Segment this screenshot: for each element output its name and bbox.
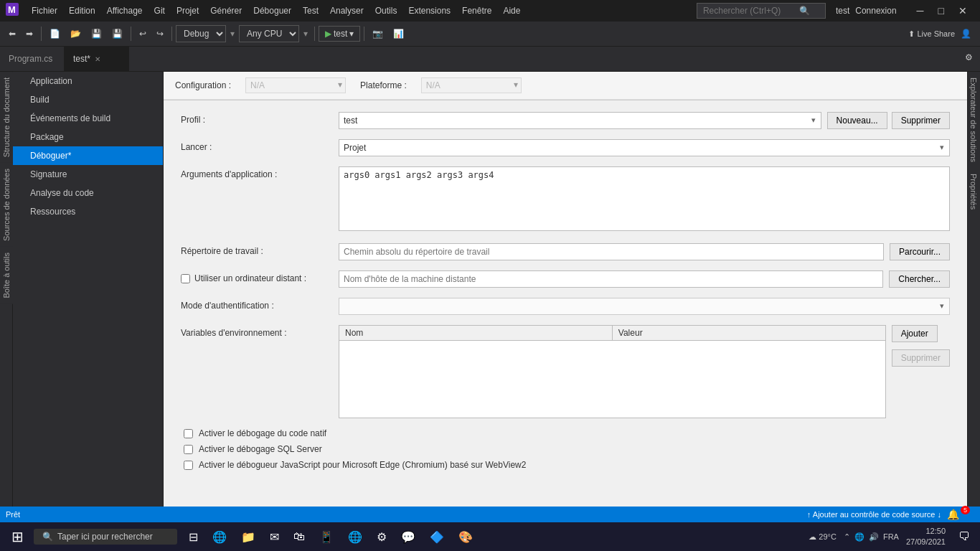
lancer-select[interactable]: Projet — [339, 139, 950, 156]
save-button[interactable]: 💾 — [87, 26, 106, 42]
sidebar-item-signature[interactable]: Signature — [13, 165, 163, 184]
remote-host-input[interactable] — [339, 270, 883, 288]
tab-settings-button[interactable]: ⚙ — [958, 47, 980, 71]
remote-buttons: Chercher... — [889, 270, 950, 288]
env-col-nom: Nom — [339, 326, 613, 340]
settings-taskbar-button[interactable]: ⚙ — [371, 527, 392, 547]
menu-fichier[interactable]: Fichier — [26, 3, 63, 19]
graph-button[interactable]: 📊 — [389, 26, 408, 42]
workdir-row: Répertoire de travail : Parcourir... — [181, 243, 950, 260]
explorer-panel-label[interactable]: Explorateur de solutions — [968, 72, 980, 168]
sources-panel-label[interactable]: Sources de données — [0, 163, 13, 247]
settings-icon: ⚙ — [965, 52, 973, 62]
sidebar-item-resources[interactable]: Ressources — [13, 202, 163, 221]
undo-button[interactable]: ↩ — [135, 26, 151, 42]
network-icon[interactable]: 🌐 — [854, 532, 864, 542]
teams-button[interactable]: 💬 — [395, 527, 421, 547]
supprimer-button[interactable]: Supprimer — [892, 112, 950, 129]
menu-edition[interactable]: Edition — [63, 3, 101, 19]
notification-button[interactable]: 🗨 — [953, 527, 976, 546]
properties-panel-label[interactable]: Propriétés — [968, 168, 980, 215]
auth-row: Mode d'authentification : — [181, 298, 950, 315]
sidebar-item-code-analysis[interactable]: Analyse du code — [13, 184, 163, 202]
auth-select[interactable] — [339, 298, 950, 315]
sidebar-item-application[interactable]: Application — [13, 72, 163, 90]
taskbar-sys-tray: ⌃ 🌐 🔊 FRA — [844, 532, 899, 542]
minimize-button[interactable]: ─ — [910, 2, 931, 19]
volume-icon[interactable]: 🔊 — [869, 532, 879, 542]
vs-taskbar-button[interactable]: 🔷 — [424, 527, 450, 547]
debug-mode-select[interactable]: Debug — [176, 25, 226, 42]
js-debug-checkbox[interactable] — [184, 461, 193, 470]
open-file-button[interactable]: 📂 — [66, 26, 85, 42]
menu-aide[interactable]: Aide — [497, 3, 526, 19]
search-input[interactable] — [703, 6, 796, 16]
args-textarea[interactable]: args0 args1 args2 args3 args4 — [339, 166, 950, 231]
ajouter-button[interactable]: Ajouter — [892, 325, 938, 342]
mail-button[interactable]: ✉ — [264, 527, 285, 547]
profil-select[interactable]: test — [339, 112, 821, 129]
sql-debug-checkbox[interactable] — [184, 445, 193, 454]
debug-form: Profil : test Nouveau... Supprimer Lance… — [164, 100, 967, 487]
menu-fenetre[interactable]: Fenêtre — [456, 3, 497, 19]
taskbar-clock[interactable]: 12:50 27/09/2021 — [906, 526, 946, 548]
platform-select[interactable]: Any CPU — [239, 25, 299, 42]
user-login[interactable]: Connexion — [855, 6, 896, 16]
paint-button[interactable]: 🎨 — [453, 527, 479, 547]
menu-outils[interactable]: Outils — [369, 3, 403, 19]
run-button[interactable]: ▶ test ▾ — [319, 26, 360, 42]
chercher-button[interactable]: Chercher... — [889, 270, 950, 288]
back-button[interactable]: ⬅ — [4, 26, 20, 42]
live-share[interactable]: ⬆ Live Share — [908, 29, 955, 39]
camera-button[interactable]: 📷 — [368, 26, 387, 42]
chrome-button[interactable]: 🌐 — [342, 527, 368, 547]
cloud-icon: ☁ — [809, 532, 816, 542]
sidebar-item-build[interactable]: Build — [13, 90, 163, 109]
account-button[interactable]: 👤 — [956, 26, 976, 42]
store-button[interactable]: 🛍 — [288, 527, 311, 547]
sidebar-item-build-events[interactable]: Événements de build — [13, 109, 163, 128]
notification-icon[interactable]: 🔔 — [947, 509, 959, 520]
phone-button[interactable]: 📱 — [314, 527, 339, 547]
redo-button[interactable]: ↪ — [152, 26, 168, 42]
parcourir-button[interactable]: Parcourir... — [890, 243, 950, 260]
menu-analyser[interactable]: Analyser — [324, 3, 369, 19]
env-table-body[interactable] — [339, 341, 885, 405]
taskbar-search[interactable]: 🔍 Taper ici pour rechercher — [34, 529, 177, 545]
menu-extensions[interactable]: Extensions — [402, 3, 456, 19]
supprimer-env-button[interactable]: Supprimer — [892, 349, 950, 367]
tab-bar: Program.cs test* ✕ ⚙ — [0, 47, 980, 72]
menu-affichage[interactable]: Affichage — [101, 3, 149, 19]
tab-program-cs[interactable]: Program.cs — [0, 47, 65, 71]
taskbar-weather[interactable]: ☁ 29°C — [809, 532, 837, 542]
edge-button[interactable]: 🌐 — [207, 527, 232, 547]
config-select[interactable]: N/A — [245, 77, 346, 93]
sidebar-item-debug[interactable]: Déboguer* — [13, 146, 163, 165]
native-debug-checkbox[interactable] — [184, 429, 193, 438]
menu-projet[interactable]: Projet — [171, 3, 204, 19]
source-control[interactable]: ↑ Ajouter au contrôle de code source ↓ — [807, 510, 941, 519]
menu-git[interactable]: Git — [149, 3, 171, 19]
forward-button[interactable]: ➡ — [22, 26, 37, 42]
sidebar-item-package[interactable]: Package — [13, 128, 163, 146]
platform-select-config[interactable]: N/A — [421, 77, 522, 93]
tab-test[interactable]: test* ✕ — [65, 47, 129, 71]
start-button[interactable]: ⊞ — [4, 525, 31, 548]
explorer-button[interactable]: 📁 — [235, 527, 261, 547]
workdir-input[interactable] — [339, 243, 884, 260]
structure-panel-label[interactable]: Structure du document — [0, 72, 13, 163]
menu-debuguer[interactable]: Déboguer — [248, 3, 297, 19]
new-file-button[interactable]: 📄 — [45, 26, 65, 42]
menu-generer[interactable]: Générer — [204, 3, 248, 19]
sys-tray-expand[interactable]: ⌃ — [844, 532, 850, 542]
close-button[interactable]: ✕ — [951, 2, 974, 19]
tab-close-icon[interactable]: ✕ — [95, 55, 100, 63]
save-all-button[interactable]: 💾 — [108, 26, 127, 42]
menu-test[interactable]: Test — [297, 3, 324, 19]
remote-checkbox[interactable] — [181, 274, 190, 283]
nouveau-button[interactable]: Nouveau... — [827, 112, 887, 129]
task-view-button[interactable]: ⊟ — [183, 527, 204, 547]
toolbox-panel-label[interactable]: Boîte à outils — [0, 247, 13, 304]
title-search[interactable]: 🔍 — [697, 3, 826, 19]
maximize-button[interactable]: □ — [931, 2, 951, 19]
